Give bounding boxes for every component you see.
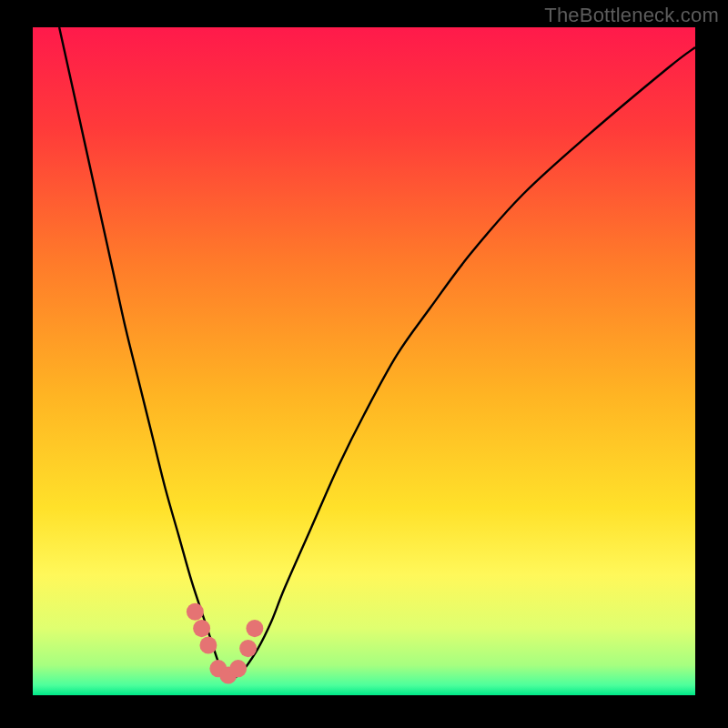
highlight-dot — [229, 660, 247, 677]
highlight-dots — [187, 603, 263, 684]
highlight-dot — [187, 603, 204, 621]
highlight-dot — [246, 620, 263, 637]
watermark-text: TheBottleneck.com — [544, 4, 719, 27]
highlight-dot — [193, 620, 210, 637]
highlight-dot — [239, 640, 257, 657]
chart-frame: TheBottleneck.com — [0, 0, 728, 728]
curve-layer — [33, 27, 695, 695]
highlight-dot — [199, 636, 217, 653]
plot-area — [33, 27, 695, 695]
bottleneck-curve — [59, 27, 695, 679]
